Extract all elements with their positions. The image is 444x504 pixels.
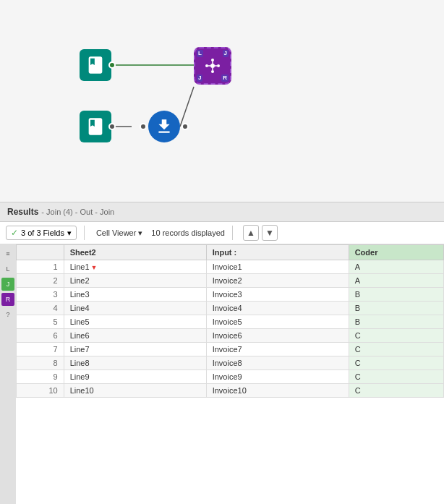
cell-record-num: 1 xyxy=(17,260,64,274)
cell-coder: B xyxy=(349,315,443,329)
cell-input: Invoice4 xyxy=(206,302,349,315)
cell-input: Invoice7 xyxy=(206,343,349,356)
col-header-record xyxy=(17,245,64,260)
cell-coder: A xyxy=(349,260,443,274)
side-panel: ≡ L J R ? Sheet2 Input : Coder 1Line1▼In… xyxy=(0,244,444,504)
records-count: 10 records displayed xyxy=(151,228,225,237)
book-node-2[interactable] xyxy=(80,111,111,142)
cell-sheet2: Line8 xyxy=(64,356,206,370)
join-badge-j: J xyxy=(197,74,202,82)
cell-viewer-button[interactable]: Cell Viewer ▾ xyxy=(92,227,147,239)
cell-sheet2: Line9 xyxy=(64,370,206,384)
cell-sheet2: Line4 xyxy=(64,302,206,315)
book-icon-2 xyxy=(85,116,106,137)
side-icon-l[interactable]: L xyxy=(1,262,14,276)
join-node[interactable]: L J J R xyxy=(194,47,231,85)
check-icon: ✓ xyxy=(11,228,18,238)
results-panel: Results - Join (4) - Out - Join ✓ 3 of 3… xyxy=(0,202,444,504)
table-row: 7Line7Invoice7C xyxy=(17,343,444,356)
side-icons: ≡ L J R ? xyxy=(0,244,16,504)
cell-coder: B xyxy=(349,288,443,302)
results-header: Results - Join (4) - Out - Join xyxy=(0,202,444,222)
cell-record-num: 7 xyxy=(17,343,64,356)
book-node-1[interactable] xyxy=(80,49,111,81)
col-header-sheet2: Sheet2 xyxy=(64,245,206,260)
col-header-coder: Coder xyxy=(349,245,443,260)
svg-point-7 xyxy=(217,64,220,67)
book-icon-1 xyxy=(85,55,106,75)
download-icon xyxy=(155,117,174,136)
table-row: 10Line10Invoice10C xyxy=(17,384,444,398)
fields-label: 3 of 3 Fields xyxy=(21,228,64,237)
cell-sheet2: Line6 xyxy=(64,329,206,343)
cell-sheet2: Line10 xyxy=(64,384,206,398)
chevron-down-icon: ▾ xyxy=(67,228,72,238)
svg-point-4 xyxy=(211,59,214,61)
table-row: 3Line3Invoice3B xyxy=(17,288,444,302)
red-arrow-icon: ▼ xyxy=(91,264,98,271)
data-table-container[interactable]: Sheet2 Input : Coder 1Line1▼Invoice1A2Li… xyxy=(16,244,444,504)
cell-record-num: 5 xyxy=(17,315,64,329)
cell-sheet2: Line2 xyxy=(64,274,206,288)
join-icon xyxy=(204,57,221,74)
viewer-label: Cell Viewer xyxy=(96,228,136,237)
table-row: 8Line8Invoice8C xyxy=(17,356,444,370)
canvas: L J J R xyxy=(0,0,444,202)
cell-coder: C xyxy=(349,329,443,343)
cell-coder: C xyxy=(349,370,443,384)
cell-input: Invoice10 xyxy=(206,384,349,398)
download-node[interactable] xyxy=(148,111,180,142)
cell-record-num: 2 xyxy=(17,274,64,288)
side-icon-menu[interactable]: ≡ xyxy=(1,247,14,260)
svg-point-6 xyxy=(205,64,208,67)
toolbar-separator-1 xyxy=(84,226,85,240)
svg-point-3 xyxy=(210,64,215,68)
cell-coder: C xyxy=(349,356,443,370)
join-badge-r: J xyxy=(223,50,229,57)
results-subtitle: - Join (4) - Out - Join xyxy=(41,208,114,216)
cell-sheet2: Line5 xyxy=(64,315,206,329)
table-row: 1Line1▼Invoice1A xyxy=(17,260,444,274)
cell-sheet2: Line1▼ xyxy=(64,260,206,274)
cell-record-num: 8 xyxy=(17,356,64,370)
cell-coder: C xyxy=(349,343,443,356)
svg-line-2 xyxy=(180,87,194,127)
data-table: Sheet2 Input : Coder 1Line1▼Invoice1A2Li… xyxy=(16,244,444,398)
table-row: 6Line6Invoice6C xyxy=(17,329,444,343)
cell-record-num: 3 xyxy=(17,288,64,302)
cell-input: Invoice9 xyxy=(206,370,349,384)
cell-record-num: 4 xyxy=(17,302,64,315)
cell-input: Invoice3 xyxy=(206,288,349,302)
viewer-chevron-icon: ▾ xyxy=(138,228,142,238)
col-header-input: Input : xyxy=(206,245,349,260)
cell-record-num: 9 xyxy=(17,370,64,384)
nav-buttons: ▲ ▼ xyxy=(243,225,278,241)
join-badge-l: L xyxy=(197,50,203,57)
table-row: 5Line5Invoice5B xyxy=(17,315,444,329)
cell-record-num: 10 xyxy=(17,384,64,398)
cell-sheet2: Line3 xyxy=(64,288,206,302)
toolbar: ✓ 3 of 3 Fields ▾ Cell Viewer ▾ 10 recor… xyxy=(0,222,444,244)
cell-sheet2: Line7 xyxy=(64,343,206,356)
nav-up-button[interactable]: ▲ xyxy=(243,225,259,241)
table-row: 9Line9Invoice9C xyxy=(17,370,444,384)
cell-input: Invoice6 xyxy=(206,329,349,343)
join-badge-r2: R xyxy=(221,74,229,82)
cell-input: Invoice8 xyxy=(206,356,349,370)
table-row: 4Line4Invoice4B xyxy=(17,302,444,315)
cell-record-num: 6 xyxy=(17,329,64,343)
canvas-connections xyxy=(0,0,444,202)
side-icon-help[interactable]: ? xyxy=(1,308,14,321)
cell-coder: B xyxy=(349,302,443,315)
svg-point-5 xyxy=(211,70,214,73)
cell-coder: C xyxy=(349,384,443,398)
nav-down-button[interactable]: ▼ xyxy=(262,225,278,241)
results-title: Results xyxy=(7,207,38,217)
toolbar-separator-2 xyxy=(232,226,233,240)
side-icon-r[interactable]: R xyxy=(1,293,14,306)
fields-button[interactable]: ✓ 3 of 3 Fields ▾ xyxy=(6,226,77,240)
side-icon-j[interactable]: J xyxy=(1,278,14,291)
cell-coder: A xyxy=(349,274,443,288)
cell-input: Invoice2 xyxy=(206,274,349,288)
table-row: 2Line2Invoice2A xyxy=(17,274,444,288)
